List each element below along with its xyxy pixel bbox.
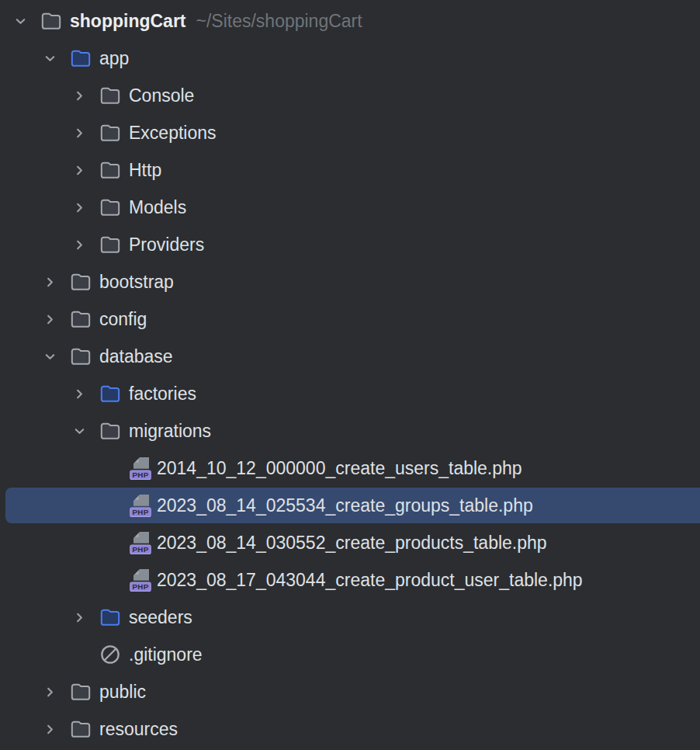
tree-item-label: factories [129,375,196,412]
chevron-right-icon[interactable] [70,599,99,636]
chevron-right-icon[interactable] [40,263,70,300]
chevron-down-icon[interactable] [11,2,40,40]
folder-gray-icon [40,12,62,31]
tree-item-label: shoppingCart [70,2,186,40]
chevron-down-icon[interactable] [70,412,99,450]
tree-row-config[interactable]: config [0,300,700,338]
tree-row-app[interactable]: app [0,40,700,77]
chevron-right-icon[interactable] [70,226,99,263]
folder-gray-icon [70,273,92,292]
tree-row-public[interactable]: public [0,673,700,710]
tree-item-label: config [99,300,147,338]
folder-blue-icon [70,49,92,68]
folder-gray-icon [70,720,92,739]
chevron-right-icon[interactable] [40,673,70,710]
tree-item-label: 2023_08_17_043044_create_product_user_ta… [157,561,583,599]
chevron-right-icon[interactable] [70,151,99,189]
chevron-spacer [70,636,99,673]
chevron-spacer [99,487,129,524]
tree-item-label: database [99,338,173,375]
svg-text:PHP: PHP [132,545,148,554]
svg-text:PHP: PHP [132,582,148,591]
project-file-tree: shoppingCart~/Sites/shoppingCartappConso… [0,0,700,748]
php-file-icon: PHP [129,493,152,518]
tree-row-console[interactable]: Console [0,77,700,114]
tree-row-providers[interactable]: Providers [0,226,700,263]
tree-row-2023-08-14-025534-create-groups-table-php[interactable]: PHP2023_08_14_025534_create_groups_table… [0,487,700,524]
tree-item-label: Http [129,151,161,189]
tree-row-2023-08-14-030552-create-products-table-php[interactable]: PHP2023_08_14_030552_create_products_tab… [0,524,700,561]
tree-item-label: Models [129,189,186,226]
php-file-icon: PHP [129,530,152,555]
chevron-spacer [99,450,129,487]
tree-item-label: migrations [129,412,211,450]
tree-item-label: seeders [129,599,192,636]
project-path: ~/Sites/shoppingCart [196,11,362,32]
chevron-down-icon[interactable] [40,338,70,375]
tree-item-label: Providers [129,226,204,263]
chevron-right-icon[interactable] [70,77,99,114]
svg-text:PHP: PHP [132,508,148,516]
folder-gray-icon [70,682,92,702]
tree-row-factories[interactable]: factories [0,375,700,412]
folder-gray-icon [99,86,121,106]
php-file-icon: PHP [129,456,152,481]
chevron-down-icon[interactable] [40,40,70,77]
tree-row-exceptions[interactable]: Exceptions [0,114,700,151]
folder-gray-icon [99,123,121,143]
ignored-file-icon [99,644,121,665]
tree-item-label: Exceptions [129,114,217,151]
svg-text:PHP: PHP [132,470,148,479]
chevron-right-icon[interactable] [40,710,70,748]
folder-gray-icon [99,235,121,255]
tree-row-resources[interactable]: resources [0,710,700,748]
folder-gray-icon [70,310,92,329]
tree-row-models[interactable]: Models [0,189,700,226]
tree-row-seeders[interactable]: seeders [0,599,700,636]
tree-row-migrations[interactable]: migrations [0,412,700,450]
tree-row-gitignore[interactable]: .gitignore [0,636,700,673]
chevron-right-icon[interactable] [40,300,70,338]
chevron-right-icon[interactable] [70,114,99,151]
tree-row-2023-08-17-043044-create-product-user-table-php[interactable]: PHP2023_08_17_043044_create_product_user… [0,561,700,599]
tree-item-label: 2023_08_14_025534_create_groups_table.ph… [157,487,533,524]
tree-row-bootstrap[interactable]: bootstrap [0,263,700,300]
php-file-icon: PHP [129,568,152,592]
tree-row-database[interactable]: database [0,338,700,375]
tree-item-label: 2014_10_12_000000_create_users_table.php [157,450,522,487]
tree-item-label: resources [99,710,178,748]
folder-gray-icon [99,422,121,441]
tree-row-http[interactable]: Http [0,151,700,189]
tree-item-label: .gitignore [129,636,203,673]
tree-item-label: 2023_08_14_030552_create_products_table.… [157,524,547,561]
folder-gray-icon [70,347,92,366]
folder-blue-icon [99,384,121,404]
tree-item-label: bootstrap [99,263,174,300]
tree-item-label: Console [129,77,194,114]
folder-gray-icon [99,198,121,217]
tree-item-label: public [99,673,146,710]
tree-row-2014-10-12-000000-create-users-table-php[interactable]: PHP2014_10_12_000000_create_users_table.… [0,450,700,487]
chevron-right-icon[interactable] [70,375,99,412]
chevron-right-icon[interactable] [70,189,99,226]
tree-row-shoppingcart[interactable]: shoppingCart~/Sites/shoppingCart [0,2,700,40]
chevron-spacer [99,524,129,561]
folder-gray-icon [99,161,121,180]
folder-blue-icon [99,608,121,627]
chevron-spacer [99,561,129,599]
tree-item-label: app [99,40,129,77]
